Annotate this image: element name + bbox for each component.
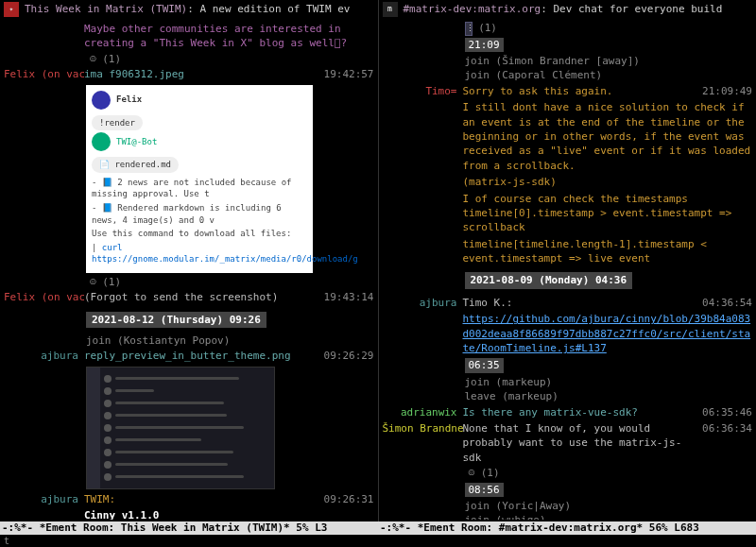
- membership-event: join (Yoric|Away): [465, 499, 757, 513]
- status-left: -:%*- *Ement Room: This Week in Matrix (…: [0, 521, 378, 535]
- message-sender: adrianwix: [383, 405, 463, 419]
- message-row: timeline[timeline.length-1].timestamp < …: [379, 236, 757, 267]
- date-separator: 2021-08-09 (Monday) 04:36: [465, 272, 633, 288]
- status-bar: -:%*- *Ement Room: This Week in Matrix (…: [0, 521, 756, 535]
- membership-event: join (Caporal Clément): [465, 68, 757, 82]
- message-timestamp: 19:42:57: [320, 67, 374, 81]
- message-timestamp: 06:36:34: [698, 421, 752, 465]
- message-row: I still dont have a nice solution to che…: [379, 99, 757, 174]
- message-row: Maybe other communities are interested i…: [0, 21, 378, 52]
- image-attachment[interactable]: Felix !render TWI@-Bot 📄 rendered.md - 📘…: [86, 85, 313, 273]
- message-body: ima f906312.jpeg: [84, 67, 320, 81]
- message-sender: Šimon Brandner: [383, 421, 463, 465]
- time-separator: 08:56: [465, 483, 504, 497]
- status-right: -:%*- *Ement Room: #matrix-dev:matrix.or…: [378, 521, 756, 535]
- right-header: m #matrix-dev:matrix.org : Dev chat for …: [379, 0, 757, 19]
- message-sender: ajbura: [4, 492, 84, 506]
- message-timestamp: 21:09:49: [698, 84, 752, 98]
- membership-event: join (Šimon Brandner [away]): [465, 54, 757, 68]
- link[interactable]: https://github.com/ajbura/cinny/blob/39b…: [463, 313, 751, 354]
- reaction[interactable]: ☺ (1): [465, 466, 757, 480]
- room-topic: : A new edition of TWIM ev: [187, 2, 350, 16]
- message-row: (matrix-js-sdk): [379, 174, 757, 190]
- reaction[interactable]: ☺ (1): [86, 275, 378, 289]
- message-body: (matrix-js-sdk): [463, 175, 753, 189]
- message-sender: [383, 175, 463, 189]
- message-timestamp: 19:43:14: [320, 290, 374, 304]
- reaction[interactable]: ☺ (1): [86, 52, 378, 66]
- message-sender: [383, 192, 463, 235]
- message-body: Sorry to ask this again.: [463, 84, 699, 98]
- image-attachment[interactable]: [86, 367, 275, 489]
- room-avatar-icon: m: [383, 2, 398, 17]
- message-body: I of course can check the timestamps tim…: [463, 192, 753, 235]
- message-timestamp: 04:36:54: [698, 296, 752, 310]
- right-message-list[interactable]: ⋮ (1)21:09join (Šimon Brandner [away])jo…: [379, 19, 757, 520]
- message-row: Cinny v1.1.0: [0, 507, 378, 520]
- message-body: None that I know of, you would probably …: [463, 421, 699, 465]
- left-message-list[interactable]: Maybe other communities are interested i…: [0, 19, 378, 520]
- membership-event: join (markeup): [465, 375, 757, 389]
- date-separator: 2021-08-12 (Thursday) 09:26: [86, 312, 266, 328]
- left-header: ✦ This Week in Matrix (TWIM) : A new edi…: [0, 0, 378, 19]
- message-body: timeline[timeline.length-1].timestamp < …: [463, 237, 753, 266]
- message-sender: [4, 22, 84, 51]
- message-timestamp: 09:26:29: [320, 349, 374, 363]
- message-body: Maybe other communities are interested i…: [84, 22, 374, 51]
- message-sender: ajbura: [4, 349, 84, 363]
- message-row: Felix (on vaca (Forgot to send the scree…: [0, 289, 378, 305]
- message-body: Timo K.:: [463, 296, 699, 310]
- membership-event: join (Kostiantyn Popov): [86, 333, 378, 348]
- message-row: Šimon Brandner None that I know of, you …: [379, 420, 757, 466]
- message-body: I still dont have a nice solution to che…: [463, 100, 753, 173]
- room-name: #matrix-dev:matrix.org: [404, 2, 541, 16]
- message-body: Is there any matrix-vue-sdk?: [463, 405, 699, 419]
- message-row: I of course can check the timestamps tim…: [379, 191, 757, 236]
- message-body: reply_preview_in_butter_theme.png: [84, 349, 320, 363]
- message-body: (Forgot to send the screenshot): [84, 290, 320, 304]
- left-pane: ✦ This Week in Matrix (TWIM) : A new edi…: [0, 0, 379, 521]
- message-body: Cinny v1.1.0: [84, 508, 374, 520]
- message-row: ajbura reply_preview_in_butter_theme.png…: [0, 348, 378, 364]
- message-timestamp: 06:35:46: [698, 405, 752, 419]
- message-body: TWIM:: [84, 492, 320, 506]
- minibuffer[interactable]: t: [0, 535, 756, 547]
- message-row: Felix (on vaca ima f906312.jpeg 19:42:57: [0, 66, 378, 82]
- membership-event: join (wubigo): [465, 513, 757, 520]
- room-avatar-icon: ✦: [4, 2, 19, 17]
- message-timestamp: 09:26:31: [320, 492, 374, 506]
- time-separator: 06:35: [465, 358, 504, 372]
- message-sender: [4, 508, 84, 520]
- message-sender: [383, 100, 463, 173]
- message-sender: Felix (on vaca: [4, 67, 84, 81]
- membership-event: leave (markeup): [465, 389, 757, 403]
- message-row: Timo= Sorry to ask this again. 21:09:49: [379, 83, 757, 99]
- continuation-icon: ⋮: [465, 22, 472, 36]
- message-row: https://github.com/ajbura/cinny/blob/39b…: [379, 311, 757, 356]
- message-row: ajbura TWIM: 09:26:31: [0, 491, 378, 507]
- right-pane: m #matrix-dev:matrix.org : Dev chat for …: [379, 0, 757, 521]
- message-row: adrianwix Is there any matrix-vue-sdk? 0…: [379, 404, 757, 420]
- room-topic: : Dev chat for everyone build: [541, 2, 722, 16]
- time-separator: 21:09: [465, 38, 504, 52]
- message-sender: Felix (on vaca: [4, 290, 84, 304]
- room-name: This Week in Matrix (TWIM): [25, 2, 187, 16]
- message-sender: Timo=: [383, 84, 463, 98]
- message-row: ajbura Timo K.: 04:36:54: [379, 295, 757, 311]
- message-sender: [383, 237, 463, 266]
- message-sender: ajbura: [383, 296, 463, 310]
